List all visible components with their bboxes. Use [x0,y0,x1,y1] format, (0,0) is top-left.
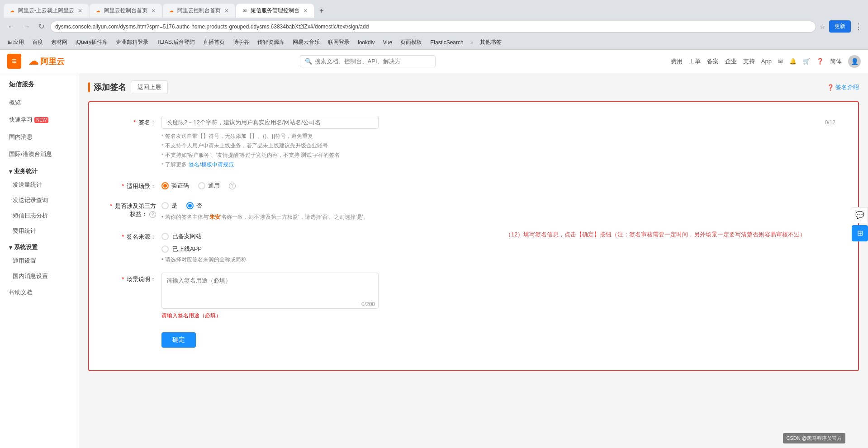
bookmark-others[interactable]: 其他书签 [477,37,505,47]
chat-icon: 💬 [855,211,864,219]
sidebar-item-international[interactable]: 国际/港澳台消息 [0,146,79,163]
new-tab-button[interactable]: + [315,4,328,18]
bookmark-apps-label: 应用 [13,38,24,46]
nav-beian[interactable]: 备案 [707,57,719,66]
sidebar-item-sendrecord[interactable]: 发送记录查询 [0,193,79,208]
third-party-radio-group: 是 否 [161,199,840,210]
forward-button[interactable]: → [21,22,33,32]
bookmark-email[interactable]: 企业邮箱登录 [113,37,152,47]
third-party-option-yes[interactable]: 是 [161,202,177,210]
bookmark-boxy[interactable]: 博学谷 [230,37,252,47]
nav-cart-icon[interactable]: 🛒 [803,58,810,65]
bookmark-lookdiv[interactable]: lookdiv [355,38,378,47]
new-badge: NEW [34,117,48,123]
nav-support[interactable]: 支持 [743,57,755,66]
scenario-radio-verify[interactable] [161,182,169,189]
tab-4-close[interactable]: ✕ [302,8,308,14]
sidebar: 短信服务 概览 快速学习 NEW 国内消息 国际/港澳台消息 ▾ 业务统计 发送… [0,73,79,448]
hint-list: 签名发送自带【】符号，无须添加【】、()、[]符号，避免重复 不支持个人用户申请… [161,132,840,169]
sidebar-item-overview[interactable]: 概览 [0,94,79,111]
source-hint: • 请选择对应签名来源的全称或简称 [161,256,496,264]
bookmark-baidu[interactable]: 百度 [29,37,46,47]
bookmark-live[interactable]: 直播首页 [200,37,228,47]
back-button[interactable]: ← [5,22,17,32]
back-button[interactable]: 返回上层 [131,80,168,94]
sidebar-group-syssettings[interactable]: ▾ 系统设置 [0,239,79,253]
confirm-button[interactable]: 确定 [161,332,196,348]
third-party-radio-yes[interactable] [161,202,169,209]
scene-textarea[interactable] [161,273,379,309]
nav-search: 🔍 [72,55,664,67]
bookmark-tlias[interactable]: TLIAS.后台登陆 [153,37,198,47]
chat-float-button[interactable]: 💬 [852,207,868,223]
nav-fee[interactable]: 费用 [671,57,683,66]
scene-textarea-wrapper: 0/200 [161,273,379,310]
third-party-radio-no[interactable] [186,202,194,209]
sidebar-item-domesticsettings[interactable]: 国内消息设置 [0,269,79,284]
bookmark-star[interactable]: ☆ [820,23,825,30]
tab-2[interactable]: ☁ 阿里云控制台首页 ✕ [90,4,162,18]
sign-input[interactable] [161,116,379,129]
scenario-radio-general[interactable] [198,182,205,189]
tab-1-close[interactable]: ✕ [77,8,83,14]
bookmark-lianwang[interactable]: 联网登录 [325,37,353,47]
tab-3[interactable]: ☁ 阿里云控制台首页 ✕ [163,4,235,18]
sidebar-item-help[interactable]: 帮助文档 [0,284,79,301]
nav-app[interactable]: App [761,58,772,65]
grid-float-button[interactable]: ⊞ [852,225,868,241]
sidebar-item-smslog[interactable]: 短信日志分析 [0,208,79,223]
nav-avatar[interactable]: 👤 [848,55,861,68]
tab-1[interactable]: ☁ 阿里云-上云就上阿里云 ✕ [4,4,89,18]
third-party-hint: • 若你的签名主体与'朱安'名称一致，则不'涉及第三方权益'，请选择'否'。之则… [161,213,840,221]
help-link[interactable]: ❓ 签名介绍 [827,83,859,91]
form-row-confirm: 确定 [107,329,840,348]
third-party-help-icon[interactable]: ? [149,211,156,218]
help-question-icon: ❓ [827,84,834,91]
sidebar-group-bizstats[interactable]: ▾ 业务统计 [0,163,79,177]
third-party-option-no[interactable]: 否 [186,202,202,210]
nav-mail-icon[interactable]: ✉ [778,58,783,65]
menu-icon[interactable]: ≡ [7,54,21,69]
address-input[interactable] [50,21,816,33]
sign-template-link[interactable]: 签名/模板申请规范 [189,161,233,169]
update-button[interactable]: 更新 [829,20,851,33]
bookmark-es[interactable]: ElasticSearch [427,38,466,47]
bookmark-netease[interactable]: 网易云音乐 [289,37,323,47]
browser-chrome: ☁ 阿里云-上云就上阿里云 ✕ ☁ 阿里云控制台首页 ✕ ☁ 阿里云控制台首页 … [0,0,868,50]
bookmark-vue[interactable]: Vue [379,38,395,47]
sidebar-item-feestats[interactable]: 费用统计 [0,223,79,239]
nav-ticket[interactable]: 工单 [689,57,701,66]
sidebar-item-generalsettings[interactable]: 通用设置 [0,253,79,269]
browser-menu[interactable]: ⋮ [854,22,863,32]
source-radio-website[interactable] [161,233,169,240]
bookmark-sucai[interactable]: 素材网 [48,37,71,47]
required-mark: * [133,119,136,126]
bookmark-apps[interactable]: ⊞ 应用 [5,37,27,47]
tab-2-close[interactable]: ✕ [150,8,157,14]
tab-3-close[interactable]: ✕ [223,8,230,14]
source-option-website[interactable]: 已备案网站 [161,232,496,241]
apps-icon: ⊞ [8,39,12,45]
nav-lang[interactable]: 简体 [830,57,842,66]
sign-label: * 签名： [107,116,161,127]
scenario-option-general[interactable]: 通用 [198,182,220,190]
nav-bell-icon[interactable]: 🔔 [789,58,797,65]
tab-4[interactable]: ✉ 短信服务管理控制台 ✕ [236,4,314,18]
sidebar-item-domestic[interactable]: 国内消息 [0,128,79,146]
csdn-badge: CSDN @黑马程序员官方 [783,433,845,443]
source-option-app[interactable]: 已上线APP [161,245,496,253]
nav-help-icon[interactable]: ❓ [816,58,824,65]
page-title-accent [88,82,90,92]
sidebar-item-sendstats[interactable]: 发送量统计 [0,177,79,193]
source-radio-app[interactable] [161,245,169,253]
refresh-button[interactable]: ↻ [36,21,47,32]
scenario-option-verify[interactable]: 验证码 [161,182,189,190]
bookmark-template[interactable]: 页面模板 [397,37,425,47]
nav-enterprise[interactable]: 企业 [725,57,737,66]
bookmark-chuanzhi-label: 传智资源库 [257,38,285,46]
search-input[interactable] [315,58,431,65]
bookmark-chuanzhi[interactable]: 传智资源库 [254,37,288,47]
sidebar-item-quicklearn[interactable]: 快速学习 NEW [0,111,79,128]
bookmark-jquery[interactable]: jQuery插件库 [72,37,111,47]
scenario-help-icon[interactable]: ? [229,183,236,189]
